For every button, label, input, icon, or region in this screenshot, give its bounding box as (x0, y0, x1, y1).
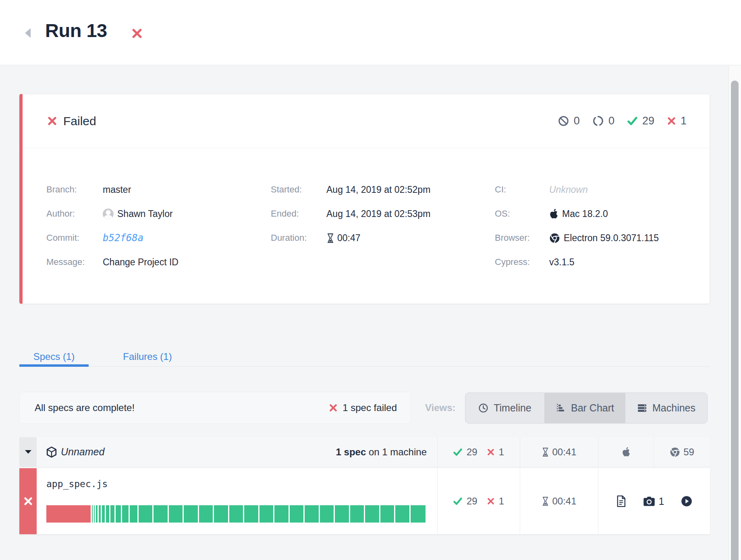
spec-stats-cell: 29 1 (437, 468, 520, 534)
apple-icon (549, 209, 558, 219)
author-avatar (103, 209, 114, 219)
stat-pending: 0 (593, 115, 614, 127)
bar-segment-passed (169, 505, 184, 523)
spec-artifacts-cell: 1 (598, 468, 710, 534)
pending-icon (593, 116, 604, 126)
duration-value: 00:47 (337, 233, 361, 244)
bar-segment-passed (139, 505, 154, 523)
spec-file-name: app_spec.js (46, 479, 108, 489)
details-column-commit: Branch: master Author: Shawn Taylor Comm… (46, 182, 179, 278)
camera-icon (643, 496, 655, 506)
spec-group-row[interactable]: Unnamed 1 spec on 1 machine 29 1 00:41 5… (19, 437, 710, 467)
bar-segment-passed (259, 505, 274, 523)
detail-value: master (103, 184, 131, 195)
view-machines-button[interactable]: Machines (625, 393, 708, 424)
detail-label: Message: (46, 257, 103, 267)
run-stats: 0 0 29 1 (558, 115, 687, 127)
detail-value: Change Project ID (103, 257, 179, 268)
detail-label: Commit: (46, 233, 103, 243)
view-timeline-button[interactable]: Timeline (465, 393, 545, 424)
hourglass-icon (326, 233, 334, 243)
tab-failures[interactable]: Failures (1) (108, 347, 187, 366)
group-browser-version: 59 (683, 446, 694, 458)
os-value: Mac 18.2.0 (562, 209, 608, 219)
bar-segment-passed (184, 505, 199, 523)
spec-name-cell: app_spec.js (37, 468, 437, 534)
stat-skipped-count: 0 (574, 115, 580, 127)
stat-failed: 1 (667, 115, 687, 127)
run-failed-x-icon[interactable] (132, 28, 142, 39)
bar-segment-passed (229, 505, 244, 523)
machines-icon (637, 403, 647, 413)
group-duration-cell: 00:41 (520, 437, 598, 467)
detail-label: Cypress: (495, 257, 549, 267)
bar-segment-passed (199, 505, 214, 523)
detail-label: Ended: (271, 209, 326, 219)
detail-label: OS: (495, 209, 549, 219)
hourglass-icon (542, 496, 549, 506)
detail-label: Browser: (495, 233, 549, 243)
scrollbar-thumb[interactable] (731, 81, 739, 560)
stat-passed-count: 29 (642, 115, 654, 127)
spec-status-cell (19, 468, 37, 534)
commit-link[interactable]: b52f68a (103, 232, 143, 244)
detail-os: OS: Mac 18.2.0 (495, 206, 659, 222)
spec-failed-text: 1 spec failed (342, 402, 397, 413)
failed-x-icon (48, 116, 57, 126)
failed-x-icon (487, 498, 494, 505)
group-failed: 1 (487, 446, 504, 458)
tab-specs[interactable]: Specs (1) (19, 347, 89, 366)
run-details: Branch: master Author: Shawn Taylor Comm… (23, 148, 710, 304)
bar-segment-passed (102, 505, 106, 523)
chrome-icon (670, 447, 680, 457)
detail-value: 00:47 (326, 233, 361, 244)
spec-failed-note: 1 spec failed (329, 402, 397, 413)
bar-segment-passed (130, 505, 139, 523)
cube-icon (46, 446, 57, 458)
stdout-document-icon[interactable] (616, 495, 626, 507)
detail-branch: Branch: master (46, 182, 179, 198)
bar-segment-passed (116, 505, 122, 523)
view-bar-chart-button[interactable]: Bar Chart (544, 393, 625, 424)
passed-check-icon (453, 497, 462, 506)
detail-commit: Commit: b52f68a (46, 230, 179, 246)
apple-icon (622, 447, 631, 457)
back-chevron-icon[interactable] (25, 28, 31, 38)
screenshots-group[interactable]: 1 (643, 496, 664, 507)
scrollbar-track[interactable] (729, 66, 741, 560)
detail-label: Duration: (271, 233, 326, 243)
detail-label: CI: (495, 184, 549, 195)
views-label: Views: (425, 402, 456, 413)
detail-duration: Duration: 00:47 (271, 230, 430, 246)
detail-author: Author: Shawn Taylor (46, 206, 179, 222)
bar-segment-passed (335, 505, 350, 523)
spec-row[interactable]: app_spec.js 29 1 00:41 1 (19, 468, 710, 534)
play-video-icon[interactable] (681, 496, 692, 507)
group-os-cell (598, 437, 654, 467)
stat-pending-count: 0 (608, 115, 614, 127)
detail-value: v3.1.5 (549, 257, 575, 268)
details-column-environment: CI: Unknown OS: Mac 18.2.0 Browser: Elec… (495, 182, 659, 278)
hourglass-icon (542, 447, 549, 457)
passed-check-icon (627, 116, 637, 126)
bar-segment-passed (244, 505, 259, 523)
bar-segment-passed (110, 505, 116, 523)
view-bar-chart-label: Bar Chart (571, 402, 614, 414)
detail-value: Unknown (549, 184, 588, 195)
group-spec-count: 1 spec on 1 machine (336, 446, 427, 458)
run-summary-card: Failed 0 0 29 1 Branch: (19, 94, 710, 304)
spec-progress-bar (46, 505, 426, 523)
bar-segment-failed (46, 505, 92, 523)
bar-segment-passed (411, 505, 426, 523)
group-expander[interactable] (19, 437, 37, 467)
specs-complete-message: All specs are complete! (35, 402, 135, 413)
detail-value: Aug 14, 2019 at 02:52pm (326, 184, 430, 195)
group-browser-cell: 59 (654, 437, 710, 467)
bar-segment-passed (305, 505, 320, 523)
run-status: Failed (48, 114, 96, 128)
detail-cypress: Cypress: v3.1.5 (495, 254, 659, 270)
detail-ended: Ended: Aug 14, 2019 at 02:53pm (271, 206, 430, 222)
bar-segment-passed (380, 505, 395, 523)
run-status-header: Failed 0 0 29 1 (23, 94, 710, 148)
specs-complete-banner: All specs are complete! 1 spec failed (19, 392, 411, 424)
